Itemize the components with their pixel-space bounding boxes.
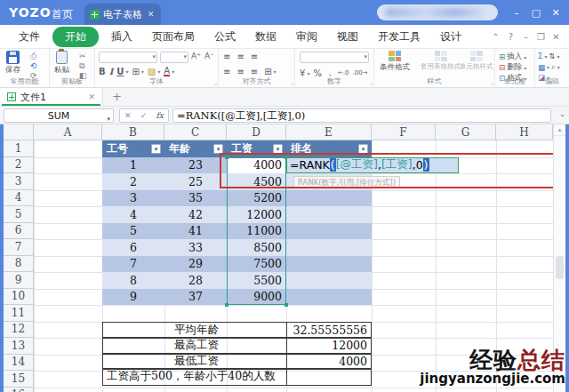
cell-r6c4[interactable]: [286, 223, 372, 240]
insert-cells-button[interactable]: ⊞ 插入▾: [499, 52, 526, 62]
filter-icon-年龄[interactable]: ▾: [213, 144, 223, 154]
row-header-6[interactable]: 6: [4, 223, 34, 240]
cell-r7c3[interactable]: 8500: [227, 239, 286, 256]
cell-r2c2[interactable]: 23: [164, 157, 227, 174]
formula-edit-cell[interactable]: =RANK([@工资],[工资],0): [286, 157, 459, 174]
formula-bar-expand-icon[interactable]: ⌄: [559, 110, 565, 118]
cell-r8c2[interactable]: 29: [164, 256, 227, 273]
column-header-E[interactable]: E: [286, 124, 372, 140]
table-style-button[interactable]: 套用表格格式: [421, 51, 461, 71]
cell-r9c4[interactable]: [286, 272, 372, 289]
document-tab-close-icon[interactable]: ✕: [148, 10, 155, 19]
sheet-tab-close-icon[interactable]: ✕: [88, 92, 95, 101]
merge-cells-icon[interactable]: ⊞: [264, 67, 271, 76]
cell-r10c1[interactable]: 9: [102, 289, 164, 306]
paste-button[interactable]: 粘贴: [54, 51, 69, 76]
delete-cells-button[interactable]: ⊟ 删除▾: [499, 62, 526, 73]
select-all-corner[interactable]: [4, 124, 34, 140]
cell-r4c4[interactable]: [286, 190, 372, 207]
cell-r8c4[interactable]: [286, 256, 372, 273]
print-icon[interactable]: ⎙: [30, 52, 37, 60]
borders-icon[interactable]: ⊞: [132, 67, 139, 76]
cell-r6c2[interactable]: 41: [164, 223, 227, 240]
align-top-icon[interactable]: ≡: [223, 52, 233, 61]
sort-icon[interactable]: ⇅: [549, 52, 555, 60]
shrink-font-icon[interactable]: A⁻: [204, 52, 214, 60]
font-dialog-launcher-icon[interactable]: ⌟: [214, 79, 217, 86]
column-header-D[interactable]: D: [227, 124, 286, 140]
undo-icon[interactable]: ⟲: [30, 61, 37, 70]
cell-r5c2[interactable]: 42: [164, 206, 227, 223]
row-header-9[interactable]: 9: [4, 272, 34, 289]
row-header-12[interactable]: 12: [4, 322, 34, 339]
align-right-icon[interactable]: ≡: [251, 67, 260, 76]
increase-decimal-icon[interactable]: ←.0: [338, 69, 349, 76]
bold-icon[interactable]: B: [99, 67, 106, 76]
menu-item-文件[interactable]: 文件: [9, 27, 50, 47]
scrollbar-thumb[interactable]: [556, 256, 564, 279]
cell-r7c1[interactable]: 6: [102, 239, 164, 256]
filter-icon-工号[interactable]: ▾: [151, 144, 161, 154]
row-header-13[interactable]: 13: [4, 338, 34, 355]
document-tab[interactable]: 电子表格 ✕: [84, 4, 161, 25]
cell-r7c2[interactable]: 33: [164, 239, 227, 256]
doc-close-icon[interactable]: ✕: [549, 32, 564, 42]
cell-r3c1[interactable]: 2: [102, 173, 164, 190]
scroll-up-icon[interactable]: ▴: [554, 124, 565, 136]
column-header-F[interactable]: F: [372, 124, 436, 140]
cell-r2c1[interactable]: 1: [102, 157, 164, 174]
cell-r3c3[interactable]: 4500: [227, 173, 286, 190]
column-header-C[interactable]: C: [164, 124, 227, 140]
underline-icon[interactable]: U: [116, 67, 124, 76]
minimize-icon[interactable]: –: [507, 7, 526, 19]
row-header-7[interactable]: 7: [4, 239, 34, 256]
cut-icon[interactable]: ✂: [79, 52, 87, 60]
align-left-icon[interactable]: ≡: [223, 67, 233, 76]
cell-r5c3[interactable]: 12000: [227, 206, 286, 223]
cell-r10c3[interactable]: 9000: [227, 289, 286, 306]
insert-function-icon[interactable]: fx: [156, 111, 163, 120]
align-center-icon[interactable]: ≡: [236, 67, 246, 76]
cell-style-button[interactable]: 单元格样式: [460, 51, 493, 71]
row-header-11[interactable]: 11: [4, 305, 34, 322]
menu-item-插入[interactable]: 插入: [101, 27, 142, 47]
menu-item-设计[interactable]: 设计: [430, 27, 471, 47]
row-header-3[interactable]: 3: [4, 173, 34, 190]
menu-item-公式[interactable]: 公式: [204, 27, 245, 47]
row-header-14[interactable]: 14: [4, 355, 34, 372]
cell-r8c3[interactable]: 7500: [227, 256, 286, 273]
accept-formula-icon[interactable]: ✓: [140, 111, 148, 120]
collapse-ribbon-icon[interactable]: ⌃: [488, 32, 503, 42]
menu-item-审阅[interactable]: 审阅: [286, 27, 327, 47]
close-icon[interactable]: ✕: [546, 7, 565, 19]
cell-r9c1[interactable]: 8: [102, 272, 164, 289]
cancel-formula-icon[interactable]: ✕: [124, 111, 132, 120]
summary-label[interactable]: 工资高于500，年龄小于40的人数: [102, 368, 287, 386]
decrease-decimal-icon[interactable]: .00→: [352, 69, 367, 76]
column-header-G[interactable]: G: [436, 124, 496, 140]
align-middle-icon[interactable]: ≡: [236, 52, 246, 61]
menu-item-开发工具[interactable]: 开发工具: [368, 27, 430, 47]
cell-r5c4[interactable]: [286, 206, 372, 223]
help-icon[interactable]: ?: [503, 32, 518, 42]
cell-r4c3[interactable]: 5200: [227, 190, 286, 207]
maximize-icon[interactable]: ▢: [526, 7, 546, 19]
grow-font-icon[interactable]: A⁺: [191, 52, 201, 60]
row-header-8[interactable]: 8: [4, 256, 34, 273]
cell-r6c1[interactable]: 5: [102, 223, 164, 240]
fill-icon[interactable]: ▦: [538, 63, 545, 72]
number-format-combo[interactable]: ▾: [300, 52, 369, 63]
column-header-H[interactable]: H: [496, 124, 553, 140]
row-header-5[interactable]: 5: [4, 206, 34, 223]
row-header-1[interactable]: 1: [4, 140, 34, 157]
conditional-format-button[interactable]: 条件格式: [380, 51, 410, 73]
menu-item-数据[interactable]: 数据: [245, 27, 286, 47]
home-tab[interactable]: 首页: [52, 7, 73, 22]
filter-icon-排名[interactable]: ▾: [358, 144, 368, 154]
row-header-15[interactable]: 15: [4, 371, 34, 388]
sheet-tab-active[interactable]: 文件1 ✕: [0, 88, 103, 106]
column-header-B[interactable]: B: [102, 124, 164, 140]
cell-r4c2[interactable]: 35: [164, 190, 227, 207]
vertical-scrollbar[interactable]: ▴: [553, 124, 565, 392]
cell-r9c3[interactable]: 5500: [227, 272, 286, 289]
